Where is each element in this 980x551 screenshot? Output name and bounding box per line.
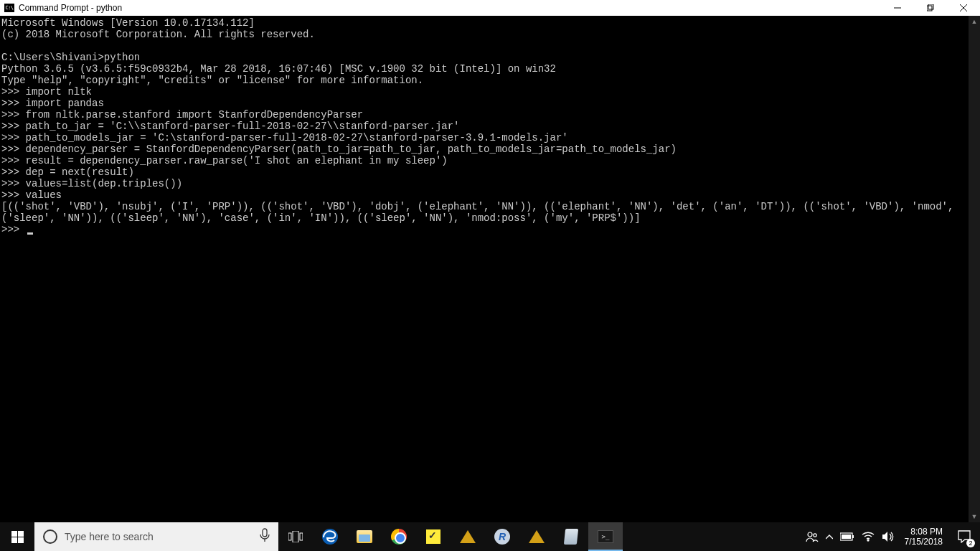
edge-icon xyxy=(321,528,339,545)
cmd-app-icon: C:\ xyxy=(4,4,14,12)
sticky-notes-icon xyxy=(426,529,440,544)
windows-taskbar: Type here to search R >_ 8:08 PM 7/15/20… xyxy=(0,522,980,551)
svg-rect-18 xyxy=(852,535,854,538)
svg-rect-9 xyxy=(263,529,267,537)
svg-rect-11 xyxy=(288,533,291,540)
taskbar-app-sticky-notes[interactable] xyxy=(416,522,451,551)
taskbar-search[interactable]: Type here to search xyxy=(34,522,278,551)
system-tray xyxy=(801,522,899,551)
people-icon[interactable] xyxy=(806,530,819,543)
svg-rect-6 xyxy=(18,531,24,537)
notepad-icon xyxy=(564,529,578,545)
taskbar-app-edge[interactable] xyxy=(313,522,347,551)
wifi-icon[interactable] xyxy=(862,532,875,542)
clock-date: 7/15/2018 xyxy=(905,537,943,547)
svg-rect-19 xyxy=(842,534,851,539)
chrome-icon xyxy=(391,529,407,545)
taskbar-app-chrome[interactable] xyxy=(382,522,416,551)
windows-logo-icon xyxy=(11,531,24,543)
taskbar-app-triangle-2[interactable] xyxy=(519,522,554,551)
taskbar-app-r[interactable]: R xyxy=(485,522,519,551)
cortana-icon xyxy=(43,529,57,544)
repl-prompt: >>> xyxy=(1,224,26,235)
taskbar-clock[interactable]: 8:08 PM 7/15/2018 xyxy=(899,522,948,551)
scrollbar-track[interactable] xyxy=(969,27,980,511)
titlebar[interactable]: C:\ Command Prompt - python xyxy=(0,0,980,16)
scroll-down-arrow[interactable]: ▼ xyxy=(969,511,980,522)
vertical-scrollbar[interactable]: ▲ ▼ xyxy=(969,16,980,522)
battery-icon[interactable] xyxy=(840,532,854,541)
svg-point-15 xyxy=(808,532,812,537)
svg-rect-12 xyxy=(293,531,298,542)
svg-point-16 xyxy=(813,534,816,537)
tray-overflow-icon[interactable] xyxy=(826,534,833,540)
svg-rect-1 xyxy=(927,6,932,11)
taskbar-spacer xyxy=(623,522,801,551)
window-controls xyxy=(881,0,980,16)
minimize-button[interactable] xyxy=(881,0,914,16)
command-prompt-icon: >_ xyxy=(598,530,613,543)
volume-icon[interactable] xyxy=(882,531,895,542)
task-view-button[interactable] xyxy=(278,522,313,551)
clock-time: 8:08 PM xyxy=(910,527,943,537)
triangle-icon xyxy=(460,530,476,543)
taskbar-app-triangle-1[interactable] xyxy=(451,522,485,551)
action-center-button[interactable]: 2 xyxy=(948,522,980,551)
close-button[interactable] xyxy=(947,0,980,16)
microphone-icon[interactable] xyxy=(260,528,270,545)
notification-badge: 2 xyxy=(966,539,975,547)
maximize-button[interactable] xyxy=(914,0,947,16)
svg-rect-8 xyxy=(18,537,24,543)
task-view-icon xyxy=(288,531,303,542)
console-body: Microsoft Windows [Version 10.0.17134.11… xyxy=(0,16,980,522)
svg-rect-7 xyxy=(11,537,17,543)
triangle-icon xyxy=(529,530,545,543)
start-button[interactable] xyxy=(0,522,34,551)
svg-point-20 xyxy=(867,540,869,541)
taskbar-app-explorer[interactable] xyxy=(347,522,382,551)
text-cursor xyxy=(27,232,33,235)
svg-rect-2 xyxy=(928,4,933,9)
search-placeholder: Type here to search xyxy=(65,531,260,542)
taskbar-app-notepad[interactable] xyxy=(554,522,588,551)
svg-rect-13 xyxy=(300,533,303,540)
console-text-area[interactable]: Microsoft Windows [Version 10.0.17134.11… xyxy=(0,16,969,522)
scroll-up-arrow[interactable]: ▲ xyxy=(969,16,980,27)
file-explorer-icon xyxy=(357,530,372,543)
r-project-icon: R xyxy=(494,529,510,545)
taskbar-app-cmd[interactable]: >_ xyxy=(588,522,623,551)
svg-rect-5 xyxy=(11,531,17,537)
command-prompt-window: C:\ Command Prompt - python Microsoft Wi… xyxy=(0,0,980,522)
window-title: Command Prompt - python xyxy=(19,3,881,13)
